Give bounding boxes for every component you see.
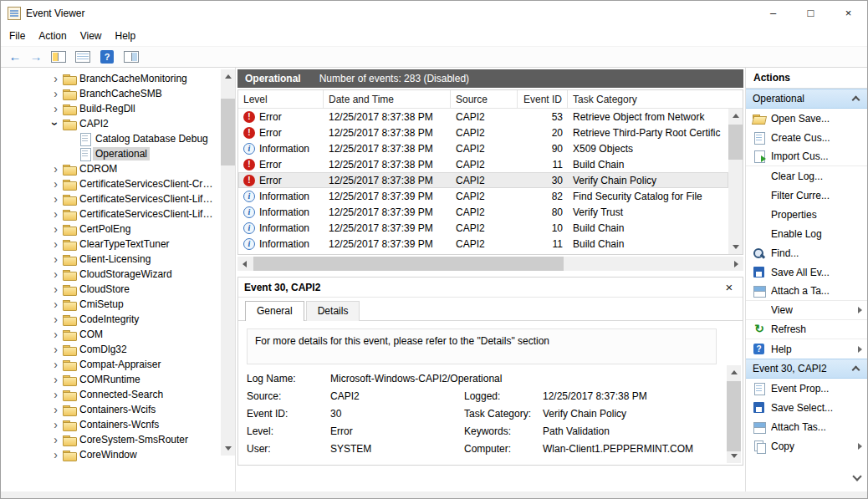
action-row[interactable]: Help xyxy=(746,339,867,359)
scrollbar-thumb[interactable] xyxy=(253,257,564,271)
preview-tab[interactable]: Details xyxy=(306,301,360,321)
scrollbar-track[interactable] xyxy=(252,257,729,271)
help-icon[interactable] xyxy=(99,49,115,64)
action-row[interactable]: Enable Log xyxy=(746,224,867,243)
tree-expander-icon[interactable] xyxy=(49,73,62,85)
collapse-chevron-icon[interactable] xyxy=(852,364,860,373)
scrollbar-thumb[interactable] xyxy=(221,99,235,165)
action-row[interactable]: Open Save... xyxy=(746,109,867,128)
tree-item[interactable]: Build-RegDll xyxy=(1,101,221,116)
action-row[interactable]: Find... xyxy=(746,243,867,262)
event-row[interactable]: Information 12/25/2017 8:37:39 PM CAPI2 … xyxy=(238,236,728,252)
scrollbar-track[interactable] xyxy=(727,379,741,449)
tree-item[interactable]: BranchCacheMonitoring xyxy=(1,71,221,86)
tree-item[interactable]: Operational xyxy=(1,146,221,161)
tree-expander-icon[interactable] xyxy=(49,268,62,281)
action-row[interactable]: Attach Tas... xyxy=(746,417,867,436)
action-row[interactable]: View xyxy=(746,301,867,320)
tree-expander-icon[interactable] xyxy=(49,283,62,296)
tree-item[interactable]: CertificateServicesClient-Lifec... xyxy=(1,206,221,221)
scroll-up-icon[interactable] xyxy=(727,365,741,379)
close-button[interactable]: × xyxy=(830,1,867,26)
menu-item[interactable]: Action xyxy=(32,28,73,44)
tree-expander-icon[interactable] xyxy=(49,88,62,100)
scrollbar-track[interactable] xyxy=(728,123,743,240)
column-header-level[interactable]: Level xyxy=(238,90,324,108)
action-row[interactable]: Create Cus... xyxy=(746,128,867,147)
tree-item[interactable]: CertificateServicesClient-Lifec... xyxy=(1,191,221,206)
column-header-event-id[interactable]: Event ID xyxy=(518,90,568,108)
tree-item[interactable]: CmiSetup xyxy=(1,297,221,312)
export-list-icon[interactable] xyxy=(74,49,91,64)
tree-item[interactable]: Containers-Wcifs xyxy=(1,402,221,417)
scroll-down-icon[interactable] xyxy=(221,441,235,456)
tree-expander-icon[interactable] xyxy=(49,118,62,130)
tree-item[interactable]: ComDlg32 xyxy=(1,342,221,357)
tree-item[interactable]: Containers-Wcnfs xyxy=(1,417,221,432)
menu-item[interactable]: File xyxy=(3,28,32,44)
tree-item[interactable]: CoreSystem-SmsRouter xyxy=(1,432,221,447)
preview-close-icon[interactable] xyxy=(722,280,737,294)
scrollbar-track[interactable] xyxy=(221,84,235,441)
tree-scrollbar[interactable] xyxy=(221,69,235,456)
menu-item[interactable]: Help xyxy=(109,28,143,44)
scroll-up-icon[interactable] xyxy=(728,109,743,123)
tree-expander-icon[interactable] xyxy=(49,178,62,191)
collapse-chevron-icon[interactable] xyxy=(852,94,860,103)
event-row[interactable]: Information 12/25/2017 8:37:38 PM CAPI2 … xyxy=(238,140,728,156)
scroll-left-icon[interactable] xyxy=(237,257,252,271)
scroll-down-icon[interactable] xyxy=(728,240,743,254)
tree-expander-icon[interactable] xyxy=(49,344,62,356)
action-row[interactable]: Clear Log... xyxy=(746,166,867,186)
tree-expander-icon[interactable] xyxy=(49,449,62,461)
action-row[interactable]: Properties xyxy=(746,205,867,224)
show-action-pane-icon[interactable] xyxy=(123,49,140,64)
action-row[interactable]: Event Prop... xyxy=(746,379,867,398)
tree-item[interactable]: CloudStorageWizard xyxy=(1,267,221,282)
column-header-date-time[interactable]: Date and Time xyxy=(324,90,451,108)
tree-item[interactable]: CertPolEng xyxy=(1,221,221,237)
action-row[interactable]: Operational xyxy=(746,89,867,109)
horizontal-scrollbar[interactable] xyxy=(237,257,743,271)
tree-expander-icon[interactable] xyxy=(49,208,62,221)
column-header-task-category[interactable]: Task Category xyxy=(568,90,728,108)
tree-item[interactable]: CloudStore xyxy=(1,282,221,297)
back-arrow-icon[interactable] xyxy=(6,48,24,65)
action-row[interactable]: Refresh xyxy=(746,320,867,339)
tree-expander-icon[interactable] xyxy=(49,359,62,371)
tree-item[interactable]: COM xyxy=(1,327,221,342)
tree-expander-icon[interactable] xyxy=(49,193,62,206)
tree-item[interactable]: Client-Licensing xyxy=(1,252,221,267)
tree-expander-icon[interactable] xyxy=(49,163,62,176)
event-row[interactable]: Error 12/25/2017 8:37:38 PM CAPI2 53 Ret… xyxy=(238,109,728,125)
tree-expander-icon[interactable] xyxy=(49,419,62,431)
menu-item[interactable]: View xyxy=(74,28,109,44)
tree-item[interactable]: CoreWindow xyxy=(1,447,221,462)
scrollbar-thumb[interactable] xyxy=(727,381,741,451)
column-header-source[interactable]: Source xyxy=(451,90,518,108)
action-row[interactable]: Copy xyxy=(746,436,867,456)
tree-item[interactable]: CDROM xyxy=(1,161,221,176)
action-row[interactable]: Save Select... xyxy=(746,398,867,417)
preview-tab[interactable]: General xyxy=(245,301,304,321)
event-row[interactable]: Error 12/25/2017 8:37:38 PM CAPI2 11 Bui… xyxy=(238,156,728,172)
action-row[interactable]: Filter Curre... xyxy=(746,186,867,205)
tree-item[interactable]: ClearTypeTextTuner xyxy=(1,237,221,252)
tree-expander-icon[interactable] xyxy=(49,298,62,311)
action-row[interactable]: Import Cus... xyxy=(746,147,867,166)
tree-expander-icon[interactable] xyxy=(49,103,62,115)
scroll-right-icon[interactable] xyxy=(729,257,743,271)
tree-expander-icon[interactable] xyxy=(49,434,62,446)
action-row[interactable]: Save All Ev... xyxy=(746,262,867,282)
tree-item[interactable]: Connected-Search xyxy=(1,387,221,402)
maximize-button[interactable]: □ xyxy=(792,1,830,26)
preview-scrollbar[interactable] xyxy=(727,365,741,463)
minimize-button[interactable]: – xyxy=(754,1,792,26)
event-row[interactable]: Information 12/25/2017 8:37:39 PM CAPI2 … xyxy=(238,220,728,236)
tree-item[interactable]: Catalog Database Debug xyxy=(1,131,221,146)
tree-expander-icon[interactable] xyxy=(49,404,62,416)
event-row[interactable]: Error 12/25/2017 8:37:38 PM CAPI2 20 Ret… xyxy=(238,125,728,140)
event-row[interactable]: Information 12/25/2017 8:37:39 PM CAPI2 … xyxy=(238,188,728,204)
scroll-up-icon[interactable] xyxy=(221,69,235,84)
tree-expander-icon[interactable] xyxy=(49,253,62,266)
